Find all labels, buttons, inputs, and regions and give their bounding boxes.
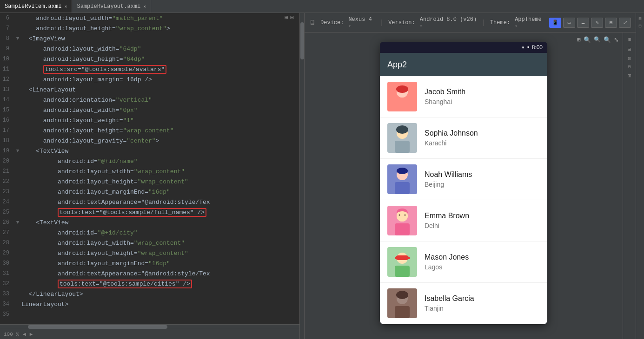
zoom-in-btn[interactable]: 🔍 (584, 36, 591, 44)
status-icons: ▾ ▪ 8:00 (521, 44, 543, 51)
code-text: android:layout_weight="1" (21, 117, 134, 124)
tab-left-close[interactable]: ✕ (64, 4, 67, 9)
svg-point-27 (396, 291, 408, 299)
item-text: Isabella GarciaTianjin (425, 294, 474, 312)
device-value[interactable]: Nexus 4 ▾ (348, 16, 375, 29)
code-line: 6 android:layout_width="match_parent" (0, 13, 299, 23)
tab-right-label: SampleRvLayout.axml (77, 3, 140, 10)
item-text: Emma BrownDelhi (425, 212, 469, 229)
phone-mockup: ▾ ▪ 8:00 App2 (380, 42, 547, 324)
code-line: 25 tools:text="@tools:sample/full_names"… (0, 207, 299, 217)
code-line: 7 android:layout_height="wrap_content"> (0, 23, 299, 33)
code-text: tools:src="@tools:sample/avatars" (21, 65, 166, 74)
zoom-fit-btn[interactable]: ⤡ (614, 36, 619, 44)
avatar (387, 206, 417, 235)
view-tablet-btn[interactable]: ▭ (563, 18, 575, 28)
avatar (387, 123, 417, 153)
app-title: App2 (387, 60, 407, 70)
code-text: android:layout_height="wrap_content" (21, 127, 174, 134)
view-expand-btn[interactable]: ⤢ (619, 18, 631, 28)
list-item: Mason JonesLagos (380, 241, 547, 283)
vertical-scroll-thumb[interactable] (300, 22, 304, 59)
zoom-level: 100 % (4, 332, 19, 337)
view-split-btn[interactable]: ⊞ (605, 18, 617, 28)
svg-rect-2 (395, 99, 410, 111)
line-number: 19 (0, 148, 14, 154)
rp-icon-1[interactable]: ⊞ (628, 36, 631, 43)
view-code-btn[interactable]: ✎ (591, 18, 603, 28)
code-line: 32 tools:text="@tools:sample/cities" /> (0, 279, 299, 289)
item-city: Karachi (425, 139, 478, 147)
rp-icon-4[interactable]: ⊟ (628, 64, 631, 70)
code-line: 22 android:layout_height="wrap_content" (0, 176, 299, 187)
code-icon-1[interactable]: ⊞ (285, 14, 288, 21)
phone-status-bar: ▾ ▪ 8:00 (380, 42, 547, 53)
fold-icon[interactable]: ▼ (14, 220, 21, 225)
code-text: </LinearLayout> (21, 291, 83, 298)
code-line: 16 android:layout_weight="1" (0, 115, 299, 125)
scroll-left-btn[interactable]: ◀ (23, 331, 26, 337)
preview-toolbar: 🖥 Device: Nexus 4 ▾ | Version: Android 8… (305, 13, 636, 33)
item-name: Isabella Garcia (425, 294, 474, 303)
zoom-out-btn[interactable]: 🔍 (594, 36, 601, 44)
version-value[interactable]: Android 8.0 (v26) ▾ (420, 16, 477, 29)
version-label: Version: (388, 20, 415, 26)
view-phone-btn[interactable]: 📱 (549, 18, 561, 28)
wifi-icon: ▾ (521, 44, 524, 51)
code-line: 21 android:layout_width="wrap_content" (0, 166, 299, 176)
code-icon-2[interactable]: ⊟ (290, 14, 294, 21)
code-lines: 6 android:layout_width="match_parent"7 a… (0, 13, 299, 319)
code-text: android:textAppearance="@android:style/T… (21, 199, 210, 206)
code-text: android:layout_height="wrap_content" (21, 250, 188, 257)
horizontal-scrollbar[interactable] (0, 324, 299, 329)
item-text: Sophia JohnsonKarachi (425, 129, 478, 147)
code-text: android:layout_width="wrap_content" (21, 240, 185, 247)
avatar (387, 82, 417, 111)
fit-screen-btn[interactable]: ⊞ (577, 36, 581, 44)
code-text: android:layout_height="wrap_content"> (21, 25, 170, 32)
vertical-scrollbar[interactable] (300, 13, 305, 339)
svg-point-18 (405, 215, 406, 216)
scroll-right-btn[interactable]: ▶ (30, 331, 33, 337)
fold-icon[interactable]: ▼ (14, 36, 21, 41)
far-right-icon-2[interactable]: ⊟ (638, 23, 641, 29)
line-number: 35 (0, 311, 14, 318)
far-right-icon-1[interactable]: ⊞ (638, 16, 641, 21)
fold-icon[interactable]: ▼ (14, 148, 21, 154)
code-text: LinearLayout> (21, 301, 68, 308)
rp-icon-3[interactable]: ⊡ (628, 56, 631, 61)
tab-right[interactable]: SampleRvLayout.axml ✕ (72, 0, 151, 13)
tab-left[interactable]: SampleRvItem.axml ✕ (0, 0, 72, 13)
view-landscape-btn[interactable]: ▬ (577, 18, 589, 28)
code-panel: ⊞ ⊟ 6 android:layout_width="match_parent… (0, 13, 300, 339)
code-text: android:layout_height="64dp" (21, 56, 145, 63)
theme-value[interactable]: AppTheme ▾ (515, 16, 544, 29)
code-line: 26▼ <TextView (0, 217, 299, 228)
code-line: 24 android:textAppearance="@android:styl… (0, 197, 299, 207)
code-line: 10 android:layout_height="64dp" (0, 54, 299, 64)
code-text: <TextView (21, 219, 68, 226)
line-number: 8 (0, 35, 14, 42)
tab-right-close[interactable]: ✕ (143, 4, 146, 9)
code-text: android:id="@+id/city" (21, 229, 138, 236)
highlighted-code: tools:text="@tools:sample/full_names" /> (58, 208, 206, 217)
line-number: 33 (0, 291, 14, 297)
item-city: Lagos (425, 263, 469, 271)
item-city: Tianjin (425, 305, 474, 312)
code-line: 11 tools:src="@tools:sample/avatars" (0, 64, 299, 74)
line-number: 20 (0, 158, 14, 164)
line-number: 10 (0, 56, 14, 62)
item-name: Sophia Johnson (425, 129, 478, 137)
zoom-reset-btn[interactable]: 🔍 (604, 36, 611, 44)
line-number: 26 (0, 219, 14, 226)
main-area: ⊞ ⊟ 6 android:layout_width="match_parent… (0, 13, 644, 339)
rp-icon-2[interactable]: ⊟ (628, 46, 631, 53)
line-number: 29 (0, 250, 14, 256)
svg-rect-21 (395, 266, 410, 277)
rp-icon-5[interactable]: ⊞ (628, 72, 631, 79)
line-number: 31 (0, 270, 14, 277)
code-line: 27 android:id="@+id/city" (0, 228, 299, 238)
horizontal-scroll-thumb[interactable] (28, 325, 167, 329)
toolbar-buttons: 📱 ▭ ▬ ✎ ⊞ ⤢ (549, 18, 631, 28)
code-line: 28 android:layout_width="wrap_content" (0, 238, 299, 248)
